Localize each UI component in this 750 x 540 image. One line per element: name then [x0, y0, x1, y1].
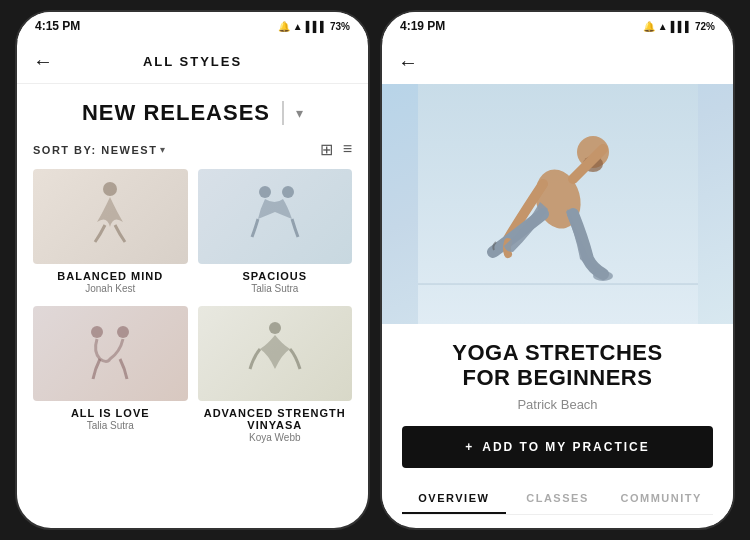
svg-point-5 [269, 322, 281, 334]
card-instructor-3: Talia Sutra [33, 420, 188, 431]
card-title-1: BALANCED MIND [33, 270, 188, 282]
add-button-label: ADD TO MY PRACTICE [482, 440, 650, 454]
class-title-line1: YOGA STRETCHES [452, 340, 662, 365]
signal-icon: ▌▌▌ [306, 21, 327, 32]
tab-community[interactable]: COMMUNITY [609, 484, 713, 514]
svg-point-0 [103, 182, 117, 196]
card-info-2: SPACIOUS Talia Sutra [198, 264, 353, 296]
card-instructor-2: Talia Sutra [198, 283, 353, 294]
status-icons-right: 🔔 ▲ ▌▌▌ 72% [643, 21, 715, 32]
svg-point-2 [282, 186, 294, 198]
status-bar-left: 4:15 PM 🔔 ▲ ▌▌▌ 73% [17, 12, 368, 40]
sort-by-text: SORT BY: [33, 144, 97, 156]
section-header: NEW RELEASES ▾ [33, 84, 352, 134]
back-button-right[interactable]: ← [398, 51, 418, 74]
section-title: NEW RELEASES [82, 100, 270, 126]
volume-icon: 🔔 [278, 21, 290, 32]
class-card-3[interactable]: ALL IS LOVE Talia Sutra [33, 306, 188, 445]
card-info-1: BALANCED MIND Jonah Kest [33, 264, 188, 296]
class-card-2[interactable]: SPACIOUS Talia Sutra [198, 169, 353, 296]
card-info-4: ADVANCED STRENGTH VINYASA Koya Webb [198, 401, 353, 445]
section-dropdown-icon[interactable]: ▾ [296, 105, 303, 121]
sort-chevron-icon: ▾ [160, 144, 165, 155]
card-title-4: ADVANCED STRENGTH VINYASA [198, 407, 353, 431]
class-card-1[interactable]: BALANCED MIND Jonah Kest [33, 169, 188, 296]
card-thumb-2 [198, 169, 353, 264]
card-title-2: SPACIOUS [198, 270, 353, 282]
divider [282, 101, 284, 125]
card-thumb-1 [33, 169, 188, 264]
class-title: YOGA STRETCHES FOR BEGINNERS [402, 340, 713, 391]
detail-instructor: Patrick Beach [402, 397, 713, 412]
right-phone: 4:19 PM 🔔 ▲ ▌▌▌ 72% ← [380, 10, 735, 530]
svg-point-4 [117, 326, 129, 338]
tab-classes[interactable]: CLASSES [506, 484, 610, 514]
card-thumb-3 [33, 306, 188, 401]
top-nav-left: ← ALL STYLES [17, 40, 368, 84]
card-instructor-1: Jonah Kest [33, 283, 188, 294]
class-card-4[interactable]: ADVANCED STRENGTH VINYASA Koya Webb [198, 306, 353, 445]
card-thumb-4 [198, 306, 353, 401]
battery-left: 73% [330, 21, 350, 32]
detail-content: YOGA STRETCHES FOR BEGINNERS Patrick Bea… [382, 324, 733, 525]
card-title-3: ALL IS LOVE [33, 407, 188, 419]
left-phone: 4:15 PM 🔔 ▲ ▌▌▌ 73% ← ALL STYLES NEW REL… [15, 10, 370, 530]
time-right: 4:19 PM [400, 19, 445, 33]
svg-point-1 [259, 186, 271, 198]
class-title-line2: FOR BEGINNERS [463, 365, 653, 390]
sort-label[interactable]: SORT BY: NEWEST ▾ [33, 144, 165, 156]
grid-view-icon[interactable]: ⊞ [320, 140, 333, 159]
left-content: NEW RELEASES ▾ SORT BY: NEWEST ▾ ⊞ ≡ [17, 84, 368, 445]
wifi-icon-r: ▲ [658, 21, 668, 32]
status-icons-left: 🔔 ▲ ▌▌▌ 73% [278, 21, 350, 32]
tab-overview[interactable]: OVERVIEW [402, 484, 506, 514]
status-bar-right: 4:19 PM 🔔 ▲ ▌▌▌ 72% [382, 12, 733, 40]
signal-icon-r: ▌▌▌ [671, 21, 692, 32]
add-to-practice-button[interactable]: + ADD TO MY PRACTICE [402, 426, 713, 468]
time-left: 4:15 PM [35, 19, 80, 33]
top-nav-right: ← [382, 40, 733, 84]
card-instructor-4: Koya Webb [198, 432, 353, 443]
nav-title-left: ALL STYLES [143, 54, 242, 69]
detail-tabs: OVERVIEW CLASSES COMMUNITY [402, 484, 713, 515]
class-grid: BALANCED MIND Jonah Kest SPACIOUS [33, 169, 352, 445]
wifi-icon: ▲ [293, 21, 303, 32]
card-info-3: ALL IS LOVE Talia Sutra [33, 401, 188, 433]
hero-image [382, 84, 733, 324]
svg-point-11 [593, 271, 613, 281]
volume-icon-r: 🔔 [643, 21, 655, 32]
add-icon: + [465, 440, 474, 454]
list-view-icon[interactable]: ≡ [343, 140, 352, 159]
svg-point-3 [91, 326, 103, 338]
sort-bar: SORT BY: NEWEST ▾ ⊞ ≡ [33, 134, 352, 169]
sort-value: NEWEST [101, 144, 157, 156]
back-button-left[interactable]: ← [33, 50, 53, 73]
view-toggle: ⊞ ≡ [320, 140, 352, 159]
battery-right: 72% [695, 21, 715, 32]
